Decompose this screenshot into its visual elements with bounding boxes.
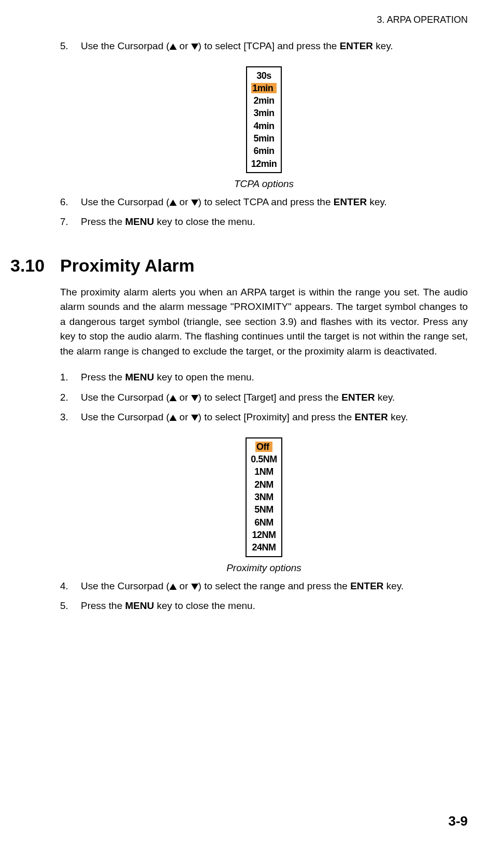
step-item: 2.Use the Cursorpad ( or ) to select [Ta…	[60, 390, 468, 405]
option-item: 6min	[251, 145, 277, 157]
key-name: ENTER	[334, 196, 367, 207]
triangle-up-icon	[169, 584, 177, 590]
tcpa-options-list: 30s1min 2min3min4min5min6min12min	[246, 66, 282, 173]
step-text: Use the Cursorpad ( or ) to select [TCPA…	[81, 39, 468, 54]
key-name: MENU	[125, 372, 154, 382]
option-item: 4min	[251, 120, 277, 132]
triangle-up-icon	[169, 395, 177, 401]
option-item: Off	[251, 441, 277, 453]
key-name: ENTER	[350, 580, 383, 591]
key-name: ENTER	[340, 40, 373, 51]
option-item: 12min	[251, 158, 277, 170]
step-text: Use the Cursorpad ( or ) to select the r…	[81, 579, 468, 594]
option-item: 2min	[251, 94, 277, 107]
step-number: 4.	[60, 579, 76, 594]
step-number: 5.	[60, 599, 76, 614]
option-item: 1NM	[251, 465, 277, 478]
step-item: 6.Use the Cursorpad ( or ) to select TCP…	[60, 195, 468, 210]
step-item: 3.Use the Cursorpad ( or ) to select [Pr…	[60, 410, 468, 425]
section-paragraph: The proximity alarm alerts you when an A…	[60, 285, 468, 359]
option-item: 2NM	[251, 478, 277, 491]
triangle-up-icon	[169, 415, 177, 421]
option-item: 5NM	[251, 503, 277, 516]
tcpa-figure: 30s1min 2min3min4min5min6min12min TCPA o…	[60, 66, 468, 190]
step-text: Use the Cursorpad ( or ) to select [Prox…	[81, 410, 468, 425]
proximity-options-list: Off 0.5NM1NM2NM3NM5NM6NM12NM24NM	[246, 437, 282, 557]
page-number: 3-9	[448, 813, 468, 829]
step-item: 5.Press the MENU key to close the menu.	[60, 599, 468, 614]
step-text: Use the Cursorpad ( or ) to select TCPA …	[81, 195, 468, 210]
chapter-header: 3. ARPA OPERATION	[377, 15, 468, 25]
step-item: 1.Press the MENU key to open the menu.	[60, 370, 468, 385]
step-number: 5.	[60, 39, 76, 54]
step-text: Use the Cursorpad ( or ) to select [Targ…	[81, 390, 468, 405]
option-item: 3NM	[251, 491, 277, 503]
option-item: 6NM	[251, 516, 277, 529]
key-name: ENTER	[355, 412, 388, 422]
tcpa-caption: TCPA options	[60, 178, 468, 190]
triangle-up-icon	[169, 44, 177, 50]
triangle-down-icon	[191, 200, 198, 206]
step-item: 4.Use the Cursorpad ( or ) to select the…	[60, 579, 468, 594]
triangle-down-icon	[191, 44, 198, 50]
step-number: 6.	[60, 195, 76, 210]
proximity-figure: Off 0.5NM1NM2NM3NM5NM6NM12NM24NM Proximi…	[60, 437, 468, 574]
option-item: 0.5NM	[251, 453, 277, 465]
option-item: 5min	[251, 132, 277, 145]
step-item: 7.Press the MENU key to close the menu.	[60, 215, 468, 230]
step-number: 2.	[60, 390, 76, 405]
option-item: 3min	[251, 107, 277, 119]
option-item: 30s	[251, 69, 277, 82]
step-number: 1.	[60, 370, 76, 385]
step-number: 3.	[60, 410, 76, 425]
triangle-down-icon	[191, 415, 198, 421]
triangle-down-icon	[191, 395, 198, 401]
proximity-caption: Proximity options	[60, 562, 468, 574]
key-name: MENU	[125, 216, 154, 227]
option-item: 24NM	[251, 541, 277, 554]
step-item: 5.Use the Cursorpad ( or ) to select [TC…	[60, 39, 468, 54]
section-title: Proximity Alarm	[60, 256, 195, 276]
step-number: 7.	[60, 215, 76, 230]
content: 5.Use the Cursorpad ( or ) to select [TC…	[60, 39, 468, 614]
option-item: 12NM	[251, 529, 277, 541]
key-name: ENTER	[341, 392, 375, 403]
triangle-up-icon	[169, 200, 177, 206]
key-name: MENU	[125, 600, 154, 611]
option-item: 1min	[251, 82, 277, 94]
triangle-down-icon	[191, 584, 198, 590]
step-text: Press the MENU key to close the menu.	[81, 599, 468, 614]
section-number: 3.10	[10, 256, 60, 276]
section-heading: 3.10 Proximity Alarm	[10, 256, 468, 276]
step-text: Press the MENU key to open the menu.	[81, 370, 468, 385]
step-text: Press the MENU key to close the menu.	[81, 215, 468, 230]
